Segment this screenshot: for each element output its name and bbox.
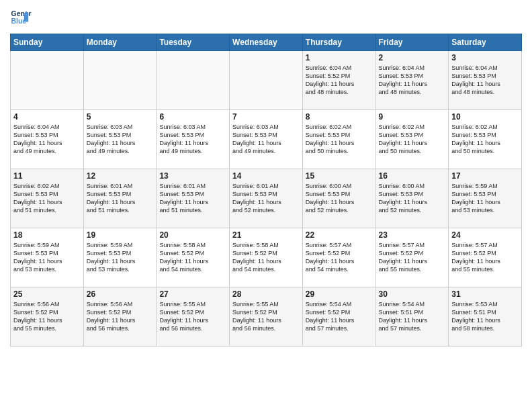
- cell-info: Sunrise: 6:00 AM Sunset: 5:53 PM Dayligh…: [306, 182, 373, 215]
- logo-icon: General Blue: [10, 7, 32, 28]
- calendar-header-row: SundayMondayTuesdayWednesdayThursdayFrid…: [11, 34, 522, 51]
- calendar-table: SundayMondayTuesdayWednesdayThursdayFrid…: [10, 34, 522, 347]
- calendar-cell: 19Sunrise: 5:59 AM Sunset: 5:53 PM Dayli…: [83, 228, 157, 287]
- calendar-cell: [157, 51, 230, 110]
- day-header-wednesday: Wednesday: [230, 34, 303, 51]
- calendar-cell: 21Sunrise: 5:58 AM Sunset: 5:52 PM Dayli…: [230, 228, 303, 287]
- day-number: 14: [232, 171, 300, 181]
- cell-info: Sunrise: 5:59 AM Sunset: 5:53 PM Dayligh…: [451, 182, 519, 215]
- day-header-sunday: Sunday: [11, 34, 84, 51]
- cell-info: Sunrise: 5:55 AM Sunset: 5:52 PM Dayligh…: [232, 300, 300, 333]
- calendar-cell: 9Sunrise: 6:02 AM Sunset: 5:53 PM Daylig…: [375, 110, 449, 169]
- day-number: 24: [451, 230, 519, 240]
- calendar-cell: 20Sunrise: 5:58 AM Sunset: 5:52 PM Dayli…: [157, 228, 230, 287]
- day-number: 19: [87, 230, 154, 240]
- calendar-cell: 28Sunrise: 5:55 AM Sunset: 5:52 PM Dayli…: [230, 287, 303, 347]
- cell-info: Sunrise: 5:54 AM Sunset: 5:51 PM Dayligh…: [379, 300, 446, 333]
- calendar-week-4: 18Sunrise: 5:59 AM Sunset: 5:53 PM Dayli…: [11, 228, 522, 287]
- day-number: 4: [13, 112, 81, 122]
- day-number: 20: [159, 230, 226, 240]
- calendar-cell: 25Sunrise: 5:56 AM Sunset: 5:52 PM Dayli…: [11, 287, 84, 347]
- cell-info: Sunrise: 5:57 AM Sunset: 5:52 PM Dayligh…: [451, 241, 519, 274]
- cell-info: Sunrise: 6:01 AM Sunset: 5:53 PM Dayligh…: [232, 182, 300, 215]
- cell-info: Sunrise: 5:54 AM Sunset: 5:52 PM Dayligh…: [306, 300, 373, 333]
- cell-info: Sunrise: 6:04 AM Sunset: 5:53 PM Dayligh…: [451, 64, 519, 97]
- calendar-week-5: 25Sunrise: 5:56 AM Sunset: 5:52 PM Dayli…: [11, 287, 522, 347]
- cell-info: Sunrise: 5:59 AM Sunset: 5:53 PM Dayligh…: [13, 241, 81, 274]
- calendar-cell: 4Sunrise: 6:04 AM Sunset: 5:53 PM Daylig…: [11, 110, 84, 169]
- cell-info: Sunrise: 6:04 AM Sunset: 5:53 PM Dayligh…: [379, 64, 446, 97]
- calendar-cell: 17Sunrise: 5:59 AM Sunset: 5:53 PM Dayli…: [449, 169, 522, 228]
- cell-info: Sunrise: 6:02 AM Sunset: 5:53 PM Dayligh…: [13, 182, 81, 215]
- cell-info: Sunrise: 6:04 AM Sunset: 5:52 PM Dayligh…: [306, 64, 373, 97]
- calendar-cell: 31Sunrise: 5:53 AM Sunset: 5:51 PM Dayli…: [449, 287, 522, 347]
- cell-info: Sunrise: 5:56 AM Sunset: 5:52 PM Dayligh…: [13, 300, 81, 333]
- cell-info: Sunrise: 5:55 AM Sunset: 5:52 PM Dayligh…: [159, 300, 226, 333]
- day-number: 26: [87, 289, 154, 299]
- calendar-cell: 14Sunrise: 6:01 AM Sunset: 5:53 PM Dayli…: [230, 169, 303, 228]
- calendar-cell: 13Sunrise: 6:01 AM Sunset: 5:53 PM Dayli…: [157, 169, 230, 228]
- day-number: 1: [306, 53, 373, 62]
- day-number: 11: [13, 171, 81, 181]
- calendar-cell: 23Sunrise: 5:57 AM Sunset: 5:52 PM Dayli…: [375, 228, 449, 287]
- day-header-saturday: Saturday: [449, 34, 522, 51]
- day-number: 2: [379, 53, 446, 62]
- calendar-cell: 29Sunrise: 5:54 AM Sunset: 5:52 PM Dayli…: [302, 287, 375, 347]
- day-number: 27: [159, 289, 226, 299]
- calendar-cell: 1Sunrise: 6:04 AM Sunset: 5:52 PM Daylig…: [302, 51, 375, 110]
- cell-info: Sunrise: 5:56 AM Sunset: 5:52 PM Dayligh…: [87, 300, 154, 333]
- day-number: 28: [232, 289, 300, 299]
- cell-info: Sunrise: 6:03 AM Sunset: 5:53 PM Dayligh…: [232, 123, 300, 156]
- day-number: 6: [159, 112, 226, 122]
- calendar-cell: 2Sunrise: 6:04 AM Sunset: 5:53 PM Daylig…: [375, 51, 449, 110]
- header: General Blue: [10, 7, 522, 28]
- day-number: 18: [13, 230, 81, 240]
- cell-info: Sunrise: 6:04 AM Sunset: 5:53 PM Dayligh…: [13, 123, 81, 156]
- logo: General Blue: [10, 7, 32, 28]
- day-number: 8: [306, 112, 373, 122]
- calendar-cell: 24Sunrise: 5:57 AM Sunset: 5:52 PM Dayli…: [449, 228, 522, 287]
- calendar-cell: 26Sunrise: 5:56 AM Sunset: 5:52 PM Dayli…: [83, 287, 157, 347]
- cell-info: Sunrise: 5:58 AM Sunset: 5:52 PM Dayligh…: [232, 241, 300, 274]
- day-number: 30: [379, 289, 446, 299]
- cell-info: Sunrise: 6:02 AM Sunset: 5:53 PM Dayligh…: [306, 123, 373, 156]
- cell-info: Sunrise: 6:00 AM Sunset: 5:53 PM Dayligh…: [379, 182, 446, 215]
- day-number: 15: [306, 171, 373, 181]
- day-header-friday: Friday: [375, 34, 449, 51]
- calendar-cell: [230, 51, 303, 110]
- day-number: 5: [87, 112, 154, 122]
- calendar-cell: 10Sunrise: 6:02 AM Sunset: 5:53 PM Dayli…: [449, 110, 522, 169]
- calendar-cell: [11, 51, 84, 110]
- cell-info: Sunrise: 6:01 AM Sunset: 5:53 PM Dayligh…: [159, 182, 226, 215]
- calendar-cell: 7Sunrise: 6:03 AM Sunset: 5:53 PM Daylig…: [230, 110, 303, 169]
- day-number: 13: [159, 171, 226, 181]
- day-number: 31: [451, 289, 519, 299]
- calendar-cell: 18Sunrise: 5:59 AM Sunset: 5:53 PM Dayli…: [11, 228, 84, 287]
- calendar-cell: 15Sunrise: 6:00 AM Sunset: 5:53 PM Dayli…: [302, 169, 375, 228]
- cell-info: Sunrise: 6:02 AM Sunset: 5:53 PM Dayligh…: [451, 123, 519, 156]
- day-number: 21: [232, 230, 300, 240]
- cell-info: Sunrise: 5:59 AM Sunset: 5:53 PM Dayligh…: [87, 241, 154, 274]
- calendar-cell: 3Sunrise: 6:04 AM Sunset: 5:53 PM Daylig…: [449, 51, 522, 110]
- day-number: 17: [451, 171, 519, 181]
- day-number: 10: [451, 112, 519, 122]
- calendar-cell: [83, 51, 157, 110]
- calendar-cell: 6Sunrise: 6:03 AM Sunset: 5:53 PM Daylig…: [157, 110, 230, 169]
- cell-info: Sunrise: 6:01 AM Sunset: 5:53 PM Dayligh…: [87, 182, 154, 215]
- cell-info: Sunrise: 6:03 AM Sunset: 5:53 PM Dayligh…: [159, 123, 226, 156]
- page: General Blue SundayMondayTuesdayWednesda…: [0, 0, 532, 411]
- cell-info: Sunrise: 6:02 AM Sunset: 5:53 PM Dayligh…: [379, 123, 446, 156]
- calendar-week-2: 4Sunrise: 6:04 AM Sunset: 5:53 PM Daylig…: [11, 110, 522, 169]
- calendar-week-1: 1Sunrise: 6:04 AM Sunset: 5:52 PM Daylig…: [11, 51, 522, 110]
- day-number: 3: [451, 53, 519, 62]
- calendar-cell: 22Sunrise: 5:57 AM Sunset: 5:52 PM Dayli…: [302, 228, 375, 287]
- cell-info: Sunrise: 5:53 AM Sunset: 5:51 PM Dayligh…: [451, 300, 519, 333]
- day-number: 7: [232, 112, 300, 122]
- day-header-thursday: Thursday: [302, 34, 375, 51]
- day-number: 25: [13, 289, 81, 299]
- cell-info: Sunrise: 6:03 AM Sunset: 5:53 PM Dayligh…: [87, 123, 154, 156]
- calendar-cell: 11Sunrise: 6:02 AM Sunset: 5:53 PM Dayli…: [11, 169, 84, 228]
- day-number: 9: [379, 112, 446, 122]
- day-number: 12: [87, 171, 154, 181]
- calendar-week-3: 11Sunrise: 6:02 AM Sunset: 5:53 PM Dayli…: [11, 169, 522, 228]
